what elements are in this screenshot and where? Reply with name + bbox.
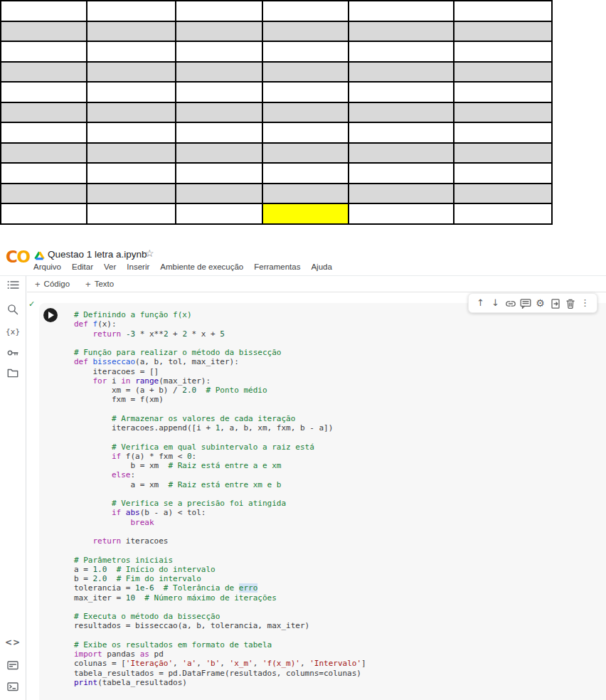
code-line: return iteracoes [74, 536, 366, 546]
worksheet-cell [1, 82, 87, 102]
delete-cell-icon[interactable] [563, 293, 578, 313]
play-icon [48, 312, 54, 319]
worksheet-cell [454, 21, 552, 42]
worksheet-cell [454, 143, 552, 164]
star-icon[interactable]: ☆ [145, 248, 154, 259]
move-cell-down-icon[interactable]: ↓ [488, 293, 503, 313]
worksheet-cell [262, 102, 349, 123]
worksheet-cell [454, 1, 552, 21]
add-text-button[interactable]: + Texto [85, 279, 114, 290]
worksheet-cell [87, 82, 176, 102]
worksheet-cell [176, 1, 262, 21]
menu-item-ajuda[interactable]: Ajuda [311, 262, 331, 271]
code-editor[interactable]: # Definindo a função f(x)def f(x): retur… [74, 310, 366, 687]
terminal-icon[interactable] [0, 682, 26, 694]
search-icon[interactable] [0, 304, 26, 317]
colab-logo-letter: O [16, 248, 29, 266]
add-code-label: Código [44, 280, 70, 288]
mirror-cell-in-tab-icon[interactable] [548, 293, 563, 313]
worksheet-cell [349, 1, 454, 21]
notebook-toolbar: + Código + Texto [27, 276, 606, 292]
code-snippets-icon[interactable]: <> [0, 637, 26, 647]
code-line: a = 1.0 # Início do intervalo [74, 565, 366, 574]
worksheet-cell [454, 82, 552, 102]
add-text-label: Texto [95, 280, 115, 288]
code-line [74, 527, 366, 536]
code-line [74, 489, 366, 499]
left-sidebar: {x} <> [0, 276, 26, 700]
code-line [74, 405, 366, 414]
code-line: # Definindo a função f(x) [74, 310, 366, 319]
worksheet-cell [1, 122, 87, 143]
code-line [74, 433, 366, 442]
code-line [74, 631, 366, 640]
worksheet-cell [176, 163, 262, 184]
google-drive-icon [34, 250, 45, 263]
worksheet-cell [87, 41, 176, 62]
menu-item-ver[interactable]: Ver [104, 262, 116, 271]
worksheet-cell [454, 163, 552, 184]
code-line: tabela_resultados = pd.DataFrame(resulta… [74, 669, 366, 678]
code-line: return -3 * x**2 + 2 * x + 5 [74, 329, 366, 339]
worksheet-cell [1, 163, 87, 184]
worksheet-cell [1, 143, 87, 164]
code-line: for i in range(max_iter): [74, 376, 366, 386]
menu-item-inserir[interactable]: Inserir [127, 262, 149, 271]
code-line: fxm = f(xm) [74, 395, 366, 404]
worksheet-cell [176, 102, 262, 123]
code-line: print(tabela_resultados) [74, 678, 366, 687]
worksheet-cell [262, 122, 349, 143]
plus-icon: + [35, 279, 41, 290]
worksheet-cell [349, 122, 454, 143]
colab-logo[interactable]: CO [6, 248, 29, 266]
menu-item-editar[interactable]: Editar [72, 262, 93, 271]
menu-item-arquivo[interactable]: Arquivo [33, 262, 61, 271]
worksheet-cell [454, 41, 552, 62]
notebook-title[interactable]: Questao 1 letra a.ipynb [48, 249, 147, 260]
worksheet-cell [87, 21, 176, 42]
open-editor-settings-icon[interactable]: ⚙ [533, 293, 548, 313]
worksheet-cell [87, 62, 176, 83]
copy-link-to-cell-icon[interactable] [503, 293, 518, 313]
worksheet-cell [349, 102, 454, 123]
worksheet-cell [1, 1, 87, 21]
page: CO Questao 1 letra a.ipynb ☆ Arquivo Edi… [0, 0, 606, 700]
files-folder-icon[interactable] [0, 368, 26, 380]
worksheet-cell [262, 184, 349, 204]
run-cell-button[interactable] [43, 308, 58, 322]
table-of-contents-icon[interactable] [0, 280, 26, 292]
code-line: import pandas as pd [74, 649, 366, 659]
code-line: # Armazenar os valores de cada iteração [74, 414, 366, 423]
worksheet-cell [349, 143, 454, 164]
worksheet-cell [262, 1, 349, 21]
worksheet-cell [262, 21, 349, 42]
menu-item-ambiente-de-execucao[interactable]: Ambiente de execução [160, 262, 243, 271]
more-cell-actions-icon[interactable]: ⋮ [578, 293, 592, 313]
code-line: break [74, 518, 366, 527]
worksheet-cell [262, 62, 349, 83]
move-cell-up-icon[interactable]: ↑ [473, 293, 488, 313]
code-cell[interactable]: # Definindo a função f(x)def f(x): retur… [39, 303, 606, 700]
worksheet-cell [1, 203, 87, 224]
worksheet-cell [87, 203, 176, 224]
code-line [74, 339, 366, 348]
worksheet-cell [176, 41, 262, 62]
add-comment-icon[interactable] [518, 293, 533, 313]
worksheet-cell [87, 102, 176, 123]
command-palette-icon[interactable] [0, 660, 26, 672]
worksheet-cell [349, 62, 454, 83]
variables-icon[interactable]: {x} [0, 327, 26, 336]
worksheet-cell [1, 41, 87, 62]
secrets-key-icon[interactable] [0, 349, 26, 359]
worksheet-cell [262, 82, 349, 102]
code-line: def f(x): [74, 319, 366, 329]
code-line: a = xm # Raiz está entre xm e b [74, 480, 366, 489]
menu-item-ferramentas[interactable]: Ferramentas [254, 262, 300, 271]
worksheet-cell [349, 184, 454, 204]
add-code-button[interactable]: + Código [35, 279, 70, 290]
code-line: # Função para realizar o método da bisse… [74, 348, 366, 357]
worksheet-cell [454, 184, 552, 204]
code-line: b = xm # Raiz está entre a e xm [74, 461, 366, 470]
code-line: def bisseccao(a, b, tol, max_iter): [74, 357, 366, 366]
worksheet-cell [87, 122, 176, 143]
